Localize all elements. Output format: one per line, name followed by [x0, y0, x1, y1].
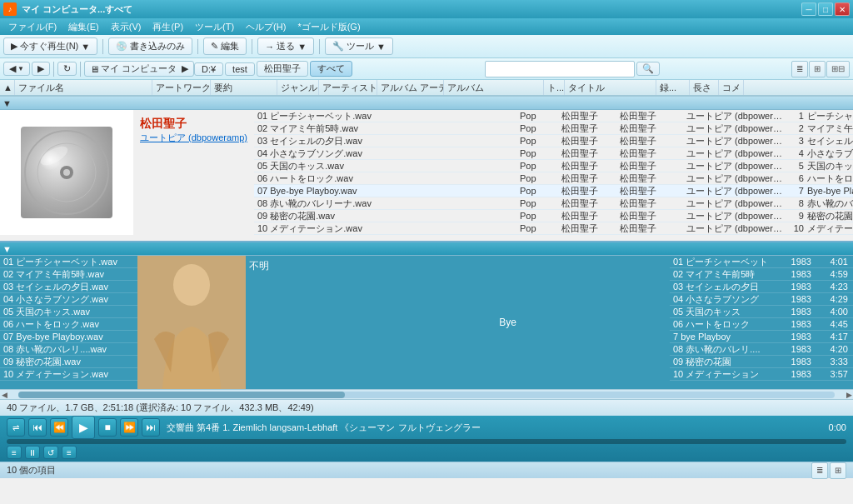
play-now-button[interactable]: ▶ 今すぐ再生(N) ▼ [3, 37, 97, 55]
nav-back-button[interactable]: ◀ ▼ [3, 62, 30, 76]
top-track-row[interactable]: 02 マイアミ午前5時.wav Pop 松田聖子 松田聖子 ユートピア (dbp… [254, 122, 853, 135]
top-track-row[interactable]: 10 メディテーション.wav Pop 松田聖子 松田聖子 ユートピア (dbp… [254, 222, 853, 235]
menu-file[interactable]: ファイル(F) [3, 19, 62, 35]
bottom-panel-header: ▼ [0, 242, 853, 256]
bottom-track-row[interactable]: 02 マイアミ午前5時 1983 4:59 [670, 268, 853, 281]
top-track-row[interactable]: 07 Bye-bye Playboy.wav Pop 松田聖子 松田聖子 ユート… [254, 185, 853, 197]
col-header-title[interactable]: タイトル [565, 80, 656, 95]
col-header-comment[interactable]: コメ [719, 80, 744, 95]
player-bottom-btn-4[interactable]: ≡ [62, 446, 77, 459]
stop-button[interactable]: ■ [98, 418, 117, 437]
horizontal-scrollbar[interactable]: ◀ ▶ [0, 389, 853, 399]
nav-crumb-computer[interactable]: 🖥 マイ コンピュータ ▶ [84, 61, 194, 77]
view-btn-1[interactable]: ≣ [791, 61, 808, 77]
bottom-filename: 06 ハートをロック.wav [3, 318, 99, 331]
bottom-file-row[interactable]: 01 ピーチシャーベット.wav [0, 256, 137, 268]
top-track-row[interactable]: 04 小さなラブソング.wav Pop 松田聖子 松田聖子 ユートピア (dbp… [254, 147, 853, 160]
bottom-track-row[interactable]: 7 bye Playboy 1983 4:17 [670, 331, 853, 343]
bottom-track-row[interactable]: 08 赤い靴のバレリ.... 1983 4:20 [670, 343, 853, 356]
next-track-button[interactable]: ⏭ [142, 418, 160, 437]
sort-indicator-col[interactable]: ▲ [0, 80, 15, 95]
nav-crumb-test[interactable]: test [225, 62, 255, 76]
nav-crumb-all[interactable]: すべて [310, 61, 352, 77]
menu-play[interactable]: 再生(P) [147, 19, 188, 35]
col-header-albumartist[interactable]: アルバム アーテ... [377, 80, 444, 95]
col-header-year[interactable]: 録... [656, 80, 690, 95]
bottom-file-row[interactable]: 02 マイアミ午前5時.wav [0, 268, 137, 281]
tools-button[interactable]: 🔧 ツール ▼ [325, 37, 393, 55]
menu-tools[interactable]: ツール(T) [190, 19, 239, 35]
view-btn-2[interactable]: ⊞ [809, 61, 826, 77]
bottom-file-row[interactable]: 08 赤い靴のバレリ....wav [0, 343, 137, 356]
top-track-row[interactable]: 08 赤い靴のバレリーナ.wav Pop 松田聖子 松田聖子 ユートピア (db… [254, 197, 853, 210]
tools-dropdown-icon[interactable]: ▼ [377, 42, 386, 52]
col-header-filename[interactable]: ファイル名 [15, 80, 152, 95]
col-header-length[interactable]: 長さ [690, 80, 719, 95]
send-button[interactable]: → 送る ▼ [257, 37, 314, 55]
col-header-artist[interactable]: アーティスト [319, 80, 377, 95]
bottom-track-row[interactable]: 10 メディテーション 1983 3:57 [670, 368, 853, 381]
bottom-summary-text: 不明 [249, 259, 342, 273]
send-dropdown-icon[interactable]: ▼ [297, 42, 307, 52]
top-track-row[interactable]: 06 ハートをロック.wav Pop 松田聖子 松田聖子 ユートピア (dbpo… [254, 172, 853, 185]
bottom-file-row[interactable]: 07 Bye-bye Playboy.wav [0, 331, 137, 343]
play-now-dropdown-icon[interactable]: ▼ [81, 42, 90, 52]
nav-refresh-button[interactable]: ↻ [57, 62, 77, 76]
top-track-row[interactable]: 03 セイシェルの夕日.wav Pop 松田聖子 松田聖子 ユートピア (dbp… [254, 135, 853, 147]
bottom-track-row[interactable]: 09 秘密の花園 1983 3:33 [670, 356, 853, 368]
edit-button[interactable]: ✎ 編集 [203, 37, 247, 55]
search-button[interactable]: 🔍 [636, 62, 660, 76]
prev-skip-button[interactable]: ⏪ [50, 418, 68, 437]
scroll-left-btn[interactable]: ◀ [0, 391, 8, 399]
footer-view-btn-2[interactable]: ⊞ [830, 462, 846, 479]
bottom-file-row[interactable]: 03 セイシェルの夕日.wav [0, 281, 137, 293]
col-header-album[interactable]: アルバム [444, 80, 544, 95]
play-button[interactable]: ▶ [72, 416, 95, 439]
bottom-file-row[interactable]: 10 メディテーション.wav [0, 368, 137, 381]
menu-view[interactable]: 表示(V) [106, 19, 147, 35]
minimize-button[interactable]: ─ [801, 2, 816, 16]
col-header-artwork[interactable]: アートワーク [152, 80, 211, 95]
col-header-genre[interactable]: ジャンル [277, 80, 319, 95]
top-track-row[interactable]: 01 ピーチシャーベット.wav Pop 松田聖子 松田聖子 ユートピア (db… [254, 110, 853, 122]
scroll-thumb[interactable] [18, 392, 345, 398]
menu-edit[interactable]: 編集(E) [63, 19, 104, 35]
close-button[interactable]: ✕ [835, 2, 850, 16]
bottom-file-row[interactable]: 06 ハートをロック.wav [0, 318, 137, 331]
maximize-button[interactable]: □ [818, 2, 833, 16]
shuffle-button[interactable]: ⇌ [7, 418, 25, 437]
menu-help[interactable]: ヘルプ(H) [241, 19, 291, 35]
track-info-area: 松田聖子 ユートピア (dbpoweramp) [133, 110, 254, 235]
col-header-track[interactable]: ト... [544, 80, 565, 95]
prev-track-button[interactable]: ⏮ [28, 418, 47, 437]
bottom-track-row[interactable]: 05 天国のキッス 1983 4:00 [670, 306, 853, 318]
bottom-file-row[interactable]: 09 秘密の花園.wav [0, 356, 137, 368]
menu-gold[interactable]: *ゴールド版(G) [292, 19, 365, 35]
bottom-file-row[interactable]: 05 天国のキッス.wav [0, 306, 137, 318]
bottom-track-row[interactable]: 03 セイシェルの夕日 1983 4:23 [670, 281, 853, 293]
next-skip-button[interactable]: ⏩ [120, 418, 138, 437]
scroll-right-btn[interactable]: ▶ [845, 391, 853, 399]
bottom-track-row[interactable]: 06 ハートをロック 1983 4:45 [670, 318, 853, 331]
bottom-track-row[interactable]: 01 ピーチシャーベット 1983 4:01 [670, 256, 853, 268]
search-input[interactable] [485, 61, 635, 77]
album-name[interactable]: ユートピア (dbpoweramp) [140, 132, 247, 144]
player-bottom-btn-1[interactable]: ≡ [7, 446, 22, 459]
nav-crumb-drive[interactable]: D:¥ [194, 62, 223, 76]
back-dropdown-icon[interactable]: ▼ [17, 65, 24, 72]
bottom-file-row[interactable]: 04 小さなラブソング.wav [0, 293, 137, 306]
collapse-bottom-icon[interactable]: ▼ [2, 244, 12, 254]
player-bottom-btn-2[interactable]: ⏸ [25, 446, 40, 459]
burn-button[interactable]: 💿 書き込みのみ [108, 37, 192, 55]
view-btn-3[interactable]: ⊞⊟ [826, 61, 850, 77]
footer-view-btn-1[interactable]: ≣ [811, 462, 828, 479]
top-track-row[interactable]: 09 秘密の花園.wav Pop 松田聖子 松田聖子 ユートピア (dbpowe… [254, 210, 853, 222]
top-track-list: 01 ピーチシャーベット.wav Pop 松田聖子 松田聖子 ユートピア (db… [254, 110, 853, 235]
bottom-track-row[interactable]: 04 小さなラブソング 1983 4:29 [670, 293, 853, 306]
collapse-top-icon[interactable]: ▼ [2, 98, 12, 108]
col-header-summary[interactable]: 要約 [211, 80, 277, 95]
top-track-row[interactable]: 05 天国のキッス.wav Pop 松田聖子 松田聖子 ユートピア (dbpow… [254, 160, 853, 172]
nav-forward-button[interactable]: ▶ [32, 62, 50, 76]
nav-crumb-artist[interactable]: 松田聖子 [257, 61, 308, 77]
player-bottom-btn-3[interactable]: ↺ [43, 446, 58, 459]
